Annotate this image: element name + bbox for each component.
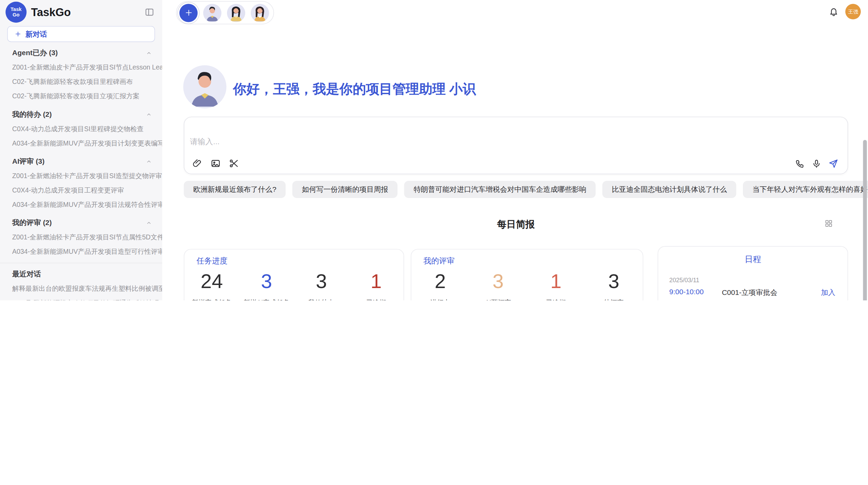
stat-value: 1 bbox=[527, 269, 585, 294]
recent-chat-item[interactable]: C02-飞腾新能源轻客改款项目的闭环通告反馈情况 bbox=[0, 296, 162, 300]
sidebar-item[interactable]: A034-全新新能源MUV产品开发项目造型可行性评审 bbox=[0, 245, 162, 259]
user-avatar[interactable]: 王强 bbox=[845, 4, 861, 19]
suggestion-chip[interactable]: 当下年轻人对汽车外观有怎样的喜好趋势 bbox=[743, 181, 868, 198]
stat-value: 24 bbox=[184, 269, 239, 294]
stat-label: AI预评审 bbox=[469, 298, 527, 300]
stat-label: 我的待办 bbox=[294, 298, 349, 300]
schedule-time: 9:00-10:00 bbox=[669, 288, 703, 296]
suggestion-chips: 欧洲新规最近颁布了什么?如何写一份清晰的项目周报特朗普可能对进口汽车增税会对中国… bbox=[184, 181, 848, 198]
new-chat-label: 新对话 bbox=[25, 29, 47, 39]
stat-block: 3新增AI完成任务 bbox=[239, 269, 294, 300]
plus-icon bbox=[184, 8, 193, 17]
paperclip-icon[interactable] bbox=[192, 158, 203, 169]
sidebar-section: AI评审 (3)Z001-全新燃油轻卡产品开发项目SI造型提交物评审C0X4-动… bbox=[0, 154, 162, 212]
chevron-up-icon[interactable] bbox=[146, 50, 152, 56]
assistant-avatar-thumb[interactable] bbox=[203, 3, 221, 22]
collapse-panel-icon[interactable] bbox=[144, 7, 154, 17]
recent-title: 最近对话 bbox=[0, 267, 162, 282]
schedule-card: 日程 2025/03/119:00-10:00C001-立项审批会加入2025/… bbox=[658, 246, 848, 300]
vertical-scrollbar[interactable] bbox=[863, 140, 867, 300]
sidebar-item[interactable]: A034-全新新能源MUV产品开发项目法规符合性评审 bbox=[0, 197, 162, 212]
sidebar-section: 我的评审 (2)Z001-全新燃油轻卡产品开发项目SI节点属性5D文件评审A03… bbox=[0, 216, 162, 259]
sidebar: Task Go TaskGo 新对话 Agent已办 (3)Z001-全新燃油皮… bbox=[0, 0, 163, 300]
stat-block: 3我的待办 bbox=[294, 269, 349, 300]
composer-tools bbox=[192, 158, 239, 169]
app-logo: Task Go bbox=[5, 2, 26, 23]
assistant-switcher bbox=[176, 1, 274, 24]
scissors-icon[interactable] bbox=[229, 158, 239, 169]
join-link[interactable]: 加入 bbox=[821, 288, 835, 298]
chevron-up-icon[interactable] bbox=[146, 220, 152, 226]
chevron-up-icon[interactable] bbox=[146, 111, 152, 118]
mic-icon[interactable] bbox=[811, 159, 821, 169]
stat-value: 1 bbox=[349, 269, 403, 294]
stat-value: 3 bbox=[469, 269, 527, 294]
sidebar-item[interactable]: C0X4-动力总成开发项目SI里程碑提交物检查 bbox=[0, 122, 162, 136]
composer-actions bbox=[795, 158, 839, 169]
stat-card-title: 我的评审 bbox=[423, 256, 454, 266]
stat-card-title: 任务进度 bbox=[196, 256, 227, 266]
assistant-avatar-thumb[interactable] bbox=[227, 3, 245, 22]
sidebar-section: Agent已办 (3)Z001-全新燃油皮卡产品开发项目SI节点Lesson L… bbox=[0, 46, 162, 103]
layout-grid-icon[interactable] bbox=[824, 219, 833, 228]
sidebar-header: Task Go TaskGo bbox=[0, 0, 162, 24]
sidebar-item[interactable]: Z001-全新燃油轻卡产品开发项目SI造型提交物评审 bbox=[0, 169, 162, 183]
sidebar-section-title: 我的待办 (2) bbox=[0, 107, 162, 122]
chevron-up-icon[interactable] bbox=[146, 158, 152, 165]
stat-block: 3AI预评审 bbox=[469, 269, 527, 300]
recent-chat-item[interactable]: 解释最新出台的欧盟报废车法规再生塑料比例被调至15%... bbox=[0, 282, 162, 296]
assistant-avatar bbox=[183, 65, 226, 109]
schedule-name: C001-立项审批会 bbox=[722, 288, 810, 298]
message-composer bbox=[184, 117, 848, 174]
logo-text-2: Go bbox=[13, 12, 20, 18]
app-window: Task Go TaskGo 新对话 Agent已办 (3)Z001-全新燃油皮… bbox=[0, 0, 868, 300]
main-area: 王强 你好，王强，我是你的项目管理助理 小识 bbox=[162, 0, 868, 300]
task-progress-card: 任务进度24新增完成任务3新增AI完成任务3我的待办1已逾期 bbox=[184, 249, 404, 300]
schedule-date: 2025/03/11 bbox=[669, 276, 699, 283]
suggestion-chip[interactable]: 比亚迪全固态电池计划具体说了什么 bbox=[602, 181, 736, 198]
schedule-title: 日程 bbox=[658, 254, 847, 265]
sidebar-item[interactable]: C02-飞腾新能源轻客改款项目立项汇报方案 bbox=[0, 89, 162, 103]
stat-block: 24新增完成任务 bbox=[184, 269, 239, 300]
stat-block: 2进行中 bbox=[411, 269, 469, 300]
image-icon[interactable] bbox=[210, 158, 221, 169]
stat-label: 待评审 bbox=[585, 298, 643, 300]
stat-label: 进行中 bbox=[411, 298, 469, 300]
sidebar-section: 我的待办 (2)C0X4-动力总成开发项目SI里程碑提交物检查A034-全新新能… bbox=[0, 107, 162, 150]
stat-label: 新增完成任务 bbox=[184, 298, 239, 300]
stat-block: 3待评审 bbox=[585, 269, 643, 300]
plus-icon bbox=[14, 30, 22, 38]
stat-block: 1已逾期 bbox=[527, 269, 585, 300]
stat-value: 3 bbox=[239, 269, 294, 294]
phone-icon[interactable] bbox=[795, 159, 805, 169]
stat-value: 3 bbox=[294, 269, 349, 294]
stat-block: 1已逾期 bbox=[349, 269, 403, 300]
sidebar-section-title: AI评审 (3) bbox=[0, 154, 162, 169]
schedule-item: 2025/03/119:00-10:00C001-立项审批会加入 bbox=[658, 274, 847, 300]
stat-label: 已逾期 bbox=[349, 298, 403, 300]
logo-text-1: Task bbox=[11, 7, 22, 12]
bell-icon[interactable] bbox=[829, 7, 839, 16]
greeting-text: 你好，王强，我是你的项目管理助理 小识 bbox=[233, 80, 476, 98]
sidebar-item[interactable]: A034-全新新能源MUV产品开发项目计划变更表编写 bbox=[0, 136, 162, 150]
assistant-avatar-thumb[interactable] bbox=[251, 3, 269, 22]
my-review-card: 我的评审2进行中3AI预评审1已逾期3待评审 bbox=[411, 249, 643, 300]
daily-briefing-title: 每日简报 bbox=[184, 218, 848, 231]
stat-label: 新增AI完成任务 bbox=[239, 298, 294, 300]
stat-value: 3 bbox=[585, 269, 643, 294]
new-chat-button[interactable]: 新对话 bbox=[7, 26, 155, 42]
suggestion-chip[interactable]: 欧洲新规最近颁布了什么? bbox=[184, 181, 286, 198]
sidebar-section-title: 我的评审 (2) bbox=[0, 216, 162, 230]
stat-value: 2 bbox=[411, 269, 469, 294]
sidebar-item[interactable]: C0X4-动力总成开发项目工程变更评审 bbox=[0, 183, 162, 197]
sidebar-item[interactable]: Z001-全新燃油轻卡产品开发项目SI节点属性5D文件评审 bbox=[0, 230, 162, 245]
sidebar-item[interactable]: C02-飞腾新能源轻客改款项目里程碑画布 bbox=[0, 75, 162, 89]
send-icon[interactable] bbox=[828, 158, 839, 169]
suggestion-chip[interactable]: 特朗普可能对进口汽车增税会对中国车企造成哪些影响 bbox=[404, 181, 596, 198]
message-input[interactable] bbox=[189, 136, 545, 157]
sidebar-section-title: Agent已办 (3) bbox=[0, 46, 162, 60]
app-title: TaskGo bbox=[31, 6, 144, 18]
sidebar-item[interactable]: Z001-全新燃油皮卡产品开发项目SI节点Lesson Learn报告 bbox=[0, 60, 162, 75]
add-assistant-button[interactable] bbox=[179, 3, 197, 22]
suggestion-chip[interactable]: 如何写一份清晰的项目周报 bbox=[292, 181, 398, 198]
